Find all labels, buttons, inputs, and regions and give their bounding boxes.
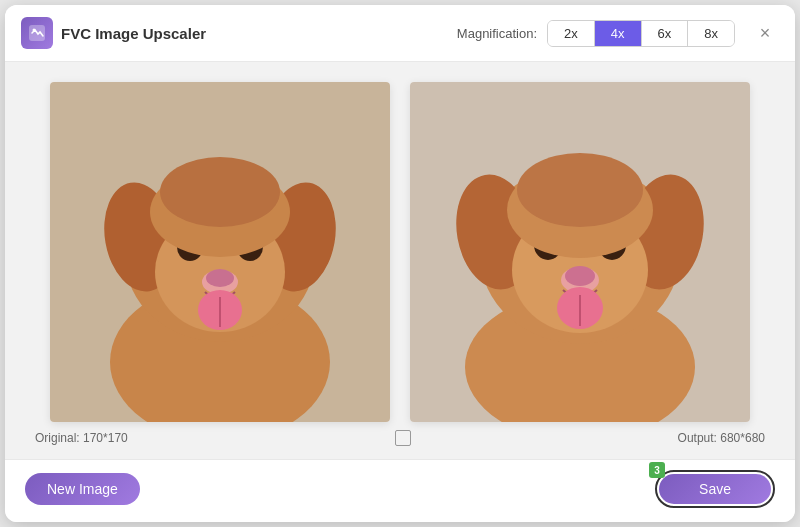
svg-point-13 [206,269,234,287]
svg-point-29 [565,266,595,286]
app-window: FVC Image Upscaler Magnification: 2x 4x … [5,5,795,522]
images-row [35,82,765,422]
header: FVC Image Upscaler Magnification: 2x 4x … [5,5,795,62]
app-title: FVC Image Upscaler [61,25,206,42]
save-button[interactable]: Save [659,474,771,504]
svg-point-33 [517,153,643,227]
output-size-label: Output: 680*680 [678,431,765,445]
close-button[interactable]: × [751,19,779,47]
info-bar: Original: 170*170 Output: 680*680 [35,422,765,450]
main-content: Original: 170*170 Output: 680*680 [5,62,795,459]
mag-btn-4x[interactable]: 4x [595,21,642,46]
save-badge: 3 [649,462,665,478]
new-image-button[interactable]: New Image [25,473,140,505]
compare-icon [395,430,411,446]
save-button-wrapper: Save [655,470,775,508]
footer: New Image 3 Save [5,459,795,522]
output-image-container [410,82,750,422]
mag-btn-6x[interactable]: 6x [642,21,689,46]
app-logo [21,17,53,49]
original-image-container [50,82,390,422]
svg-point-1 [33,29,36,32]
save-section: 3 Save [655,470,775,508]
svg-point-17 [160,157,280,227]
magnification-label: Magnification: [457,26,537,41]
mag-btn-8x[interactable]: 8x [688,21,734,46]
magnification-buttons: 2x 4x 6x 8x [547,20,735,47]
original-size-label: Original: 170*170 [35,431,128,445]
mag-btn-2x[interactable]: 2x [548,21,595,46]
